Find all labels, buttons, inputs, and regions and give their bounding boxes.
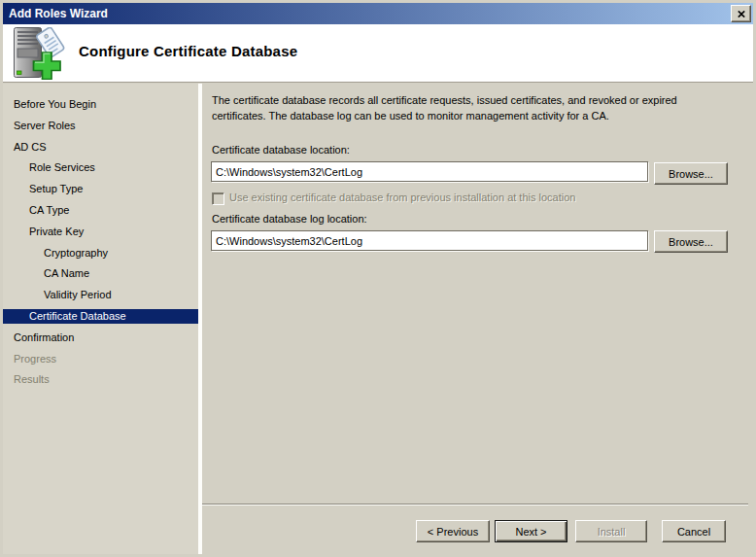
sidebar-item-setup-type[interactable]: Setup Type [3, 178, 198, 199]
sidebar-item-results[interactable]: Results [3, 368, 198, 390]
log-location-input[interactable] [211, 230, 648, 251]
sidebar-item-server-roles[interactable]: Server Roles [3, 115, 198, 136]
sidebar-item-role-services[interactable]: Role Services [3, 157, 198, 178]
sidebar-item-ca-name[interactable]: CA Name [3, 262, 198, 284]
db-location-browse-button[interactable]: Browse... [654, 162, 728, 185]
sidebar-item-validity-period[interactable]: Validity Period [3, 284, 198, 305]
db-location-label: Certificate database location: [212, 144, 350, 156]
close-icon [738, 11, 745, 17]
close-button[interactable] [731, 5, 751, 22]
log-location-browse-button[interactable]: Browse... [654, 230, 728, 253]
sidebar-item-before-you-begin[interactable]: Before You Begin [3, 93, 198, 115]
window-title: Add Roles Wizard [9, 7, 108, 20]
footer-divider-highlight [202, 505, 748, 505]
title-bar: Add Roles Wizard [3, 3, 753, 24]
intro-text-line1: The certificate database records all cer… [212, 94, 741, 106]
page-title: Configure Certificate Database [79, 43, 297, 59]
sidebar-item-ad-cs[interactable]: AD CS [3, 136, 198, 157]
next-button[interactable]: Next > [495, 520, 567, 542]
sidebar-item-progress[interactable]: Progress [3, 348, 198, 369]
sidebar: Before You Begin Server Roles AD CS Role… [3, 84, 198, 554]
sidebar-item-confirmation[interactable]: Confirmation [3, 327, 198, 348]
cancel-button[interactable]: Cancel [662, 520, 726, 542]
previous-button[interactable]: < Previous [416, 520, 490, 542]
intro-text-line2: certificates. The database log can be us… [212, 110, 741, 122]
server-add-icon [13, 27, 65, 80]
existing-db-checkbox-label: Use existing certificate database from p… [229, 191, 575, 203]
existing-db-checkbox[interactable] [212, 192, 224, 205]
log-location-label: Certificate database log location: [212, 213, 367, 225]
wizard-header: Configure Certificate Database [3, 24, 753, 83]
sidebar-item-private-key[interactable]: Private Key [3, 221, 198, 242]
sidebar-item-ca-type[interactable]: CA Type [3, 199, 198, 221]
sidebar-item-certificate-database[interactable]: Certificate Database [3, 309, 198, 324]
install-button[interactable]: Install [575, 520, 647, 542]
sidebar-item-cryptography[interactable]: Cryptography [3, 242, 198, 263]
db-location-input[interactable] [211, 161, 648, 182]
